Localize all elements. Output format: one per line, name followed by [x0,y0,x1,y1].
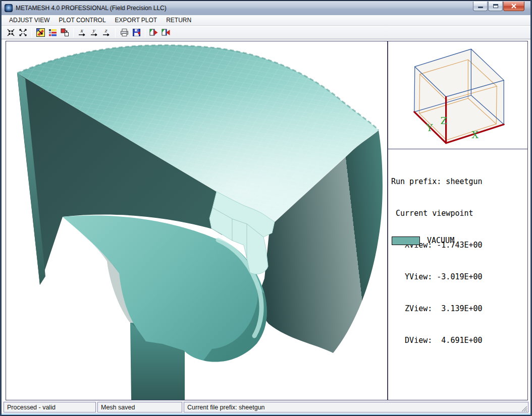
close-icon [511,4,517,9]
next-plot-icon [149,28,158,37]
yview-line: YView: -3.019E+00 [391,272,483,282]
status-processed: Processed - valid [4,402,96,412]
resize-grip[interactable] [521,405,528,412]
zview-line: ZView: 3.139E+00 [391,304,483,314]
minimize-icon [478,7,483,8]
viewpoint-info: Run prefix: sheetgun Current viewpoint X… [391,155,483,367]
status-file-prefix: Current file prefix: sheetgun [184,402,528,412]
view-along-z-button[interactable]: z [101,27,112,38]
view-along-z-icon: z [102,28,111,37]
status-mesh-saved: Mesh saved [97,402,182,412]
previous-plot-button[interactable] [161,27,172,38]
svg-text:z: z [104,28,108,33]
app-window: METAMESH 4.0 PROFESSIONAL (Field Precisi… [0,0,532,416]
app-icon [5,4,13,12]
cube-axis-z-label: Z [441,115,447,126]
toolbar-separator [145,28,145,37]
legend: VACUUM [392,236,454,245]
menubar: ADJUST VIEW PLOT CONTROL EXPORT PLOT RET… [2,15,530,26]
mesh-3d-view [6,41,387,400]
plot-layers-button[interactable] [47,27,58,38]
save-plot-button[interactable] [131,27,142,38]
plot-style-icon [36,28,45,37]
toolbar-separator [73,28,74,37]
menu-export-plot[interactable]: EXPORT PLOT [111,16,162,25]
copy-plot-icon [61,28,69,37]
legend-label: VACUUM [427,236,454,245]
view-along-y-button[interactable]: y [89,27,100,38]
expand-view-button[interactable] [17,27,28,38]
toolbar-separator [31,28,32,37]
contract-view-button[interactable] [5,27,16,38]
next-plot-button[interactable] [148,27,159,38]
menu-plot-control[interactable]: PLOT CONTROL [54,16,110,25]
orientation-cube: Y X Z [388,41,529,149]
toolbar-separator [115,28,116,37]
toolbar: x y z [2,26,530,39]
legend-swatch [392,236,420,245]
orientation-cube-panel[interactable]: Y X Z [388,41,528,149]
print-button[interactable] [119,27,130,38]
expand-view-icon [19,28,27,37]
view-along-y-icon: y [90,28,99,37]
statusbar: Processed - valid Mesh saved Current fil… [3,401,529,413]
plot-style-button[interactable] [35,27,46,38]
cube-axis-y-label: Y [426,122,433,133]
info-panel: Run prefix: sheetgun Current viewpoint X… [388,149,528,400]
copy-plot-button[interactable] [59,27,70,38]
titlebar[interactable]: METAMESH 4.0 PROFESSIONAL (Field Precisi… [2,0,530,15]
dview-line: DView: 4.691E+00 [391,335,483,346]
cube-axis-x-label: X [471,129,478,140]
print-icon [120,28,129,37]
maximize-button[interactable] [488,2,503,11]
maximize-icon [493,4,498,8]
window-frame-bottom [2,413,530,416]
menu-adjust-view[interactable]: ADJUST VIEW [5,16,54,25]
previous-plot-icon [162,28,171,37]
content-area: Y X Z Run prefix: sheetgun Current viewp… [3,40,529,401]
minimize-button[interactable] [473,2,488,11]
mesh-plot-canvas[interactable] [6,41,388,400]
viewpoint-header-line: Current viewpoint [391,208,483,219]
view-along-x-icon: x [78,28,87,37]
contract-view-icon [7,28,15,37]
svg-text:x: x [80,28,83,33]
close-button[interactable] [503,2,524,11]
menu-return[interactable]: RETURN [162,16,196,25]
run-prefix-line: Run prefix: sheetgun [391,176,483,187]
plot-layers-icon [48,28,57,37]
view-along-x-button[interactable]: x [77,27,88,38]
svg-text:y: y [92,28,96,33]
window-title: METAMESH 4.0 PROFESSIONAL (Field Precisi… [16,5,473,12]
save-plot-icon [132,28,141,37]
sidebar: Y X Z Run prefix: sheetgun Current viewp… [388,41,528,400]
